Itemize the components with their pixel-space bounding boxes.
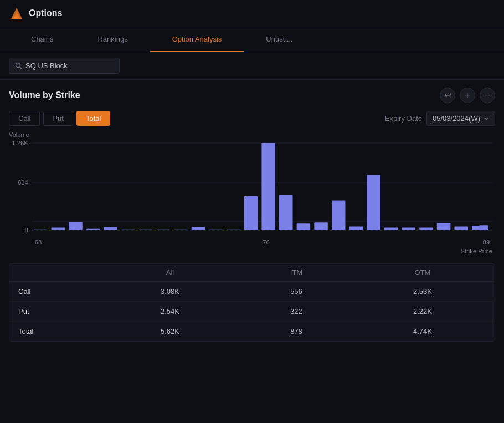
zoom-out-button[interactable]: −: [480, 88, 495, 103]
chart-title: Volume by Strike: [9, 90, 80, 100]
row-total-label: Total: [18, 327, 107, 335]
table-row-put: Put 2.54K 322 2.22K: [9, 302, 495, 322]
svg-line-3: [20, 67, 22, 69]
chart-controls: ↩ + −: [440, 88, 495, 103]
svg-text:63: 63: [35, 239, 42, 246]
search-value: SQ.US Block: [25, 62, 68, 70]
chevron-down-icon: [484, 116, 489, 121]
y-axis-title: Volume: [9, 131, 29, 138]
svg-rect-32: [402, 228, 416, 230]
svg-rect-12: [52, 228, 65, 230]
chart-header: Volume by Strike ↩ + −: [9, 88, 495, 103]
expiry-dropdown[interactable]: 05/03/2024(W): [426, 111, 495, 126]
app-title: Options: [29, 8, 62, 18]
logo-area: Options: [9, 6, 62, 21]
svg-rect-29: [349, 226, 363, 230]
tab-unusual[interactable]: Unusu...: [244, 27, 315, 52]
svg-rect-16: [121, 230, 135, 230]
row-put-label: Put: [18, 307, 107, 315]
search-icon: [15, 62, 22, 69]
row-put-all: 2.54K: [107, 307, 233, 315]
row-call-itm: 556: [233, 287, 359, 295]
svg-rect-13: [69, 222, 83, 230]
search-bar: SQ.US Block: [0, 52, 504, 80]
svg-rect-23: [244, 196, 258, 230]
row-total-itm: 878: [233, 327, 359, 335]
nav-tabs: Chains Rankings Option Analysis Unusu...: [0, 27, 504, 52]
table-row-total: Total 5.62K 878 4.74K: [9, 322, 495, 341]
row-call-otm: 2.53K: [359, 287, 486, 295]
svg-text:1.26K: 1.26K: [12, 140, 28, 146]
app-header: Options: [0, 0, 504, 27]
table-col-itm: ITM: [233, 268, 359, 277]
svg-rect-21: [209, 230, 223, 230]
expiry-value: 05/03/2024(W): [433, 114, 480, 123]
chart-svg: 1.26K 634 8: [9, 131, 495, 259]
row-put-itm: 322: [233, 307, 359, 315]
table-col-all: All: [107, 268, 233, 277]
svg-text:89: 89: [482, 239, 489, 246]
expiry-label: Expiry Date: [385, 114, 422, 123]
svg-rect-15: [104, 227, 118, 230]
row-call-all: 3.08K: [107, 287, 233, 295]
filter-call-button[interactable]: Call: [9, 111, 40, 126]
expiry-selector: Expiry Date 05/03/2024(W): [385, 111, 495, 126]
zoom-in-button[interactable]: +: [460, 88, 475, 103]
chart-area: Volume 1.26K 634 8: [9, 131, 495, 259]
filter-row: Call Put Total Expiry Date 05/03/2024(W): [9, 111, 495, 126]
filter-total-button[interactable]: Total: [76, 111, 110, 126]
undo-button[interactable]: ↩: [440, 88, 455, 103]
row-total-all: 5.62K: [107, 327, 233, 335]
svg-rect-22: [227, 230, 240, 230]
svg-text:634: 634: [18, 179, 28, 186]
svg-rect-18: [156, 230, 170, 230]
svg-rect-17: [139, 230, 153, 230]
filter-put-button[interactable]: Put: [43, 111, 73, 126]
svg-rect-31: [384, 228, 398, 230]
table-col-label: [18, 268, 107, 277]
svg-rect-34: [437, 223, 451, 230]
svg-rect-27: [314, 222, 328, 230]
svg-rect-33: [419, 228, 433, 230]
data-table: All ITM OTM Call 3.08K 556 2.53K Put 2.5…: [9, 263, 495, 342]
svg-rect-24: [261, 143, 275, 230]
svg-rect-19: [174, 230, 188, 230]
row-total-otm: 4.74K: [359, 327, 486, 335]
svg-rect-37: [479, 225, 488, 230]
table-col-otm: OTM: [359, 268, 486, 277]
svg-rect-20: [192, 227, 205, 230]
table-row-call: Call 3.08K 556 2.53K: [9, 282, 495, 302]
svg-text:76: 76: [263, 239, 269, 246]
svg-rect-25: [279, 195, 293, 230]
filter-buttons: Call Put Total: [9, 111, 110, 126]
svg-text:8: 8: [24, 227, 28, 233]
tab-rankings[interactable]: Rankings: [75, 27, 150, 52]
svg-rect-28: [332, 200, 346, 230]
svg-text:Strike Price: Strike Price: [461, 247, 492, 254]
svg-rect-26: [297, 223, 311, 230]
search-wrapper[interactable]: SQ.US Block: [9, 58, 120, 74]
svg-rect-14: [86, 229, 100, 230]
row-call-label: Call: [18, 287, 107, 295]
svg-rect-35: [454, 226, 468, 230]
svg-rect-11: [34, 230, 48, 230]
chart-section: Volume by Strike ↩ + − Call Put Total Ex…: [0, 80, 504, 342]
svg-rect-30: [367, 175, 380, 230]
app-logo-icon: [9, 6, 24, 21]
svg-point-2: [16, 63, 20, 68]
table-header-row: All ITM OTM: [9, 264, 495, 282]
tab-chains[interactable]: Chains: [9, 27, 75, 52]
row-put-otm: 2.22K: [359, 307, 486, 315]
tab-option-analysis[interactable]: Option Analysis: [150, 27, 244, 52]
